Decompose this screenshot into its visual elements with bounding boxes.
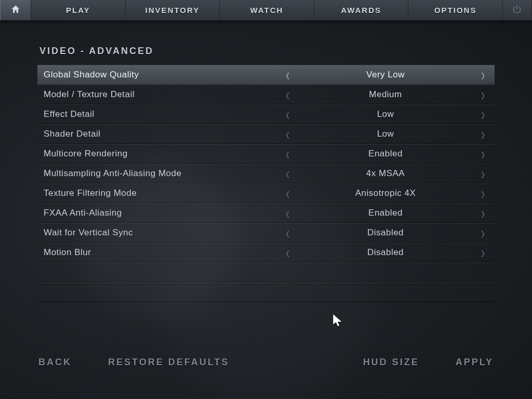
setting-row[interactable]: Wait for Vertical Sync‹Disabled›	[37, 223, 495, 243]
setting-row[interactable]: Model / Texture Detail‹Medium›	[37, 85, 495, 104]
setting-row[interactable]: FXAA Anti-Aliasing‹Enabled›	[37, 203, 495, 223]
apply-button[interactable]: APPLY	[456, 357, 494, 368]
chevron-right-icon[interactable]: ›	[477, 124, 489, 144]
setting-row-empty: ..	[37, 282, 495, 302]
chevron-left-icon[interactable]: ‹	[282, 164, 294, 184]
hud-size-button[interactable]: HUD SIZE	[363, 357, 419, 368]
home-icon	[10, 4, 21, 16]
setting-value: Enabled	[294, 208, 477, 218]
setting-value: Low	[294, 109, 477, 119]
nav-tab-play[interactable]: PLAY	[31, 0, 126, 20]
setting-value: Anisotropic 4X	[294, 188, 477, 198]
restore-defaults-button[interactable]: RESTORE DEFAULTS	[108, 357, 229, 368]
chevron-right-icon[interactable]: ›	[477, 65, 489, 85]
chevron-left-icon[interactable]: ‹	[282, 243, 294, 263]
setting-label: Model / Texture Detail	[37, 89, 282, 100]
setting-row[interactable]: Multicore Rendering‹Enabled›	[37, 144, 495, 164]
setting-value: Low	[294, 129, 477, 139]
power-button[interactable]	[503, 0, 532, 20]
setting-value: 4x MSAA	[294, 168, 477, 179]
setting-row[interactable]: Texture Filtering Mode‹Anisotropic 4X›	[37, 183, 495, 203]
setting-label: Multicore Rendering	[37, 149, 282, 159]
chevron-right-icon[interactable]: ›	[477, 183, 489, 204]
chevron-left-icon[interactable]: ‹	[282, 124, 294, 144]
chevron-right-icon[interactable]: ›	[477, 223, 489, 243]
chevron-right-icon[interactable]: ›	[477, 164, 489, 184]
chevron-right-icon[interactable]: ›	[477, 144, 489, 164]
settings-list: Global Shadow Quality‹Very Low›Model / T…	[37, 65, 495, 302]
chevron-right-icon[interactable]: ›	[477, 243, 489, 263]
setting-selector: ‹Enabled›	[282, 206, 495, 220]
nav-tab-inventory[interactable]: INVENTORY	[126, 0, 220, 20]
chevron-left-icon[interactable]: ‹	[282, 85, 294, 105]
chevron-right-icon[interactable]: ›	[477, 203, 489, 223]
setting-label: Texture Filtering Mode	[37, 188, 282, 198]
chevron-right-icon[interactable]: ›	[477, 85, 489, 105]
nav-tab-options[interactable]: OPTIONS	[408, 0, 503, 20]
setting-value: Enabled	[294, 149, 477, 159]
setting-selector: ‹Disabled›	[282, 246, 495, 259]
page-title: VIDEO - ADVANCED	[0, 21, 532, 65]
setting-label: Motion Blur	[37, 247, 282, 258]
setting-label: Global Shadow Quality	[37, 70, 282, 80]
setting-selector: ‹Enabled›	[282, 147, 495, 161]
setting-row[interactable]: Multisampling Anti-Aliasing Mode‹4x MSAA…	[37, 164, 495, 183]
chevron-left-icon[interactable]: ‹	[282, 223, 294, 243]
home-button[interactable]	[0, 0, 31, 20]
setting-row-empty: ..	[37, 262, 495, 282]
setting-value: Disabled	[294, 247, 477, 258]
setting-selector: ‹Anisotropic 4X›	[282, 187, 495, 200]
chevron-right-icon[interactable]: ›	[477, 104, 489, 125]
back-button[interactable]: BACK	[38, 357, 72, 368]
chevron-left-icon[interactable]: ‹	[282, 203, 294, 223]
setting-row[interactable]: Global Shadow Quality‹Very Low›	[37, 65, 495, 85]
power-icon	[512, 4, 522, 16]
setting-selector: ‹Low›	[282, 127, 495, 141]
setting-selector: ‹Medium›	[282, 88, 495, 101]
setting-selector: ‹Low›	[282, 108, 495, 121]
chevron-left-icon[interactable]: ‹	[282, 65, 294, 85]
setting-label: Shader Detail	[37, 129, 282, 139]
setting-label: Wait for Vertical Sync	[37, 228, 282, 238]
setting-row[interactable]: Effect Detail‹Low›	[37, 104, 495, 124]
setting-row[interactable]: Shader Detail‹Low›	[37, 124, 495, 144]
setting-value: Very Low	[294, 70, 477, 80]
nav-tab-awards[interactable]: AWARDS	[314, 0, 409, 20]
top-nav: PLAY INVENTORY WATCH AWARDS OPTIONS	[0, 0, 532, 21]
chevron-left-icon[interactable]: ‹	[282, 183, 294, 204]
setting-value: Medium	[294, 89, 477, 100]
chevron-left-icon[interactable]: ‹	[282, 104, 294, 125]
setting-label: Multisampling Anti-Aliasing Mode	[37, 168, 282, 179]
setting-label: FXAA Anti-Aliasing	[37, 208, 282, 218]
setting-value: Disabled	[294, 228, 477, 238]
setting-row[interactable]: Motion Blur‹Disabled›	[37, 243, 495, 262]
setting-selector: ‹Very Low›	[282, 68, 495, 82]
footer-bar: BACK RESTORE DEFAULTS HUD SIZE APPLY	[0, 357, 532, 368]
setting-selector: ‹4x MSAA›	[282, 167, 495, 180]
setting-selector: ‹Disabled›	[282, 226, 495, 240]
chevron-left-icon[interactable]: ‹	[282, 144, 294, 164]
nav-tab-watch[interactable]: WATCH	[220, 0, 314, 20]
setting-label: Effect Detail	[37, 109, 282, 119]
